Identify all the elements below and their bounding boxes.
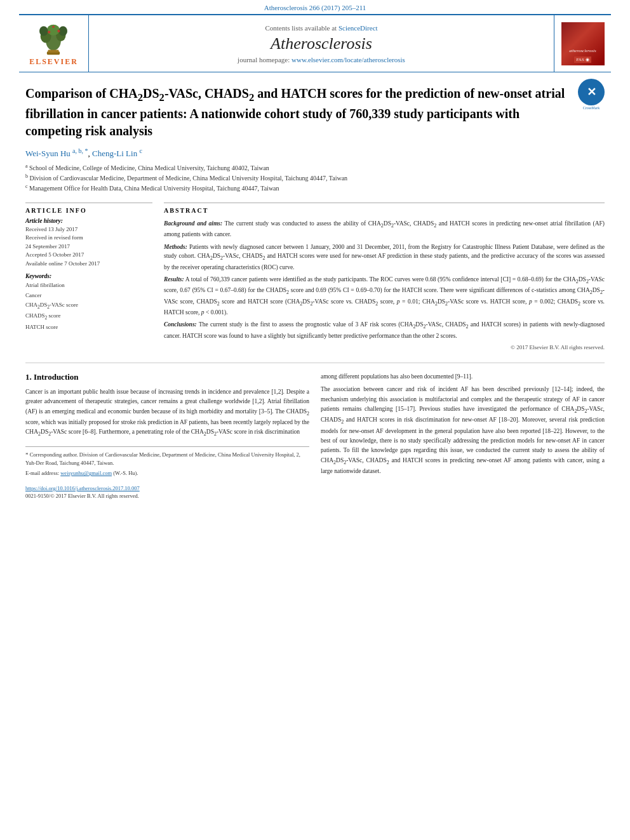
affiliation-c: c Management Office for Health Data, Chi… — [25, 183, 605, 193]
affiliations: a School of Medicine, College of Medicin… — [25, 163, 605, 194]
contents-available: Contents lists available at ScienceDirec… — [265, 24, 377, 32]
abstract-conclusions: Conclusions: The current study is the fi… — [164, 320, 605, 340]
journal-cover-container: atherosclerosis FAS ◉ — [554, 15, 611, 72]
article-info-title: ARTICLE INFO — [25, 207, 152, 214]
elsevier-logo: ELSEVIER — [29, 20, 78, 67]
author-wei-syun-hu[interactable]: Wei-Syun Hu — [25, 149, 70, 158]
svg-point-8 — [58, 30, 60, 32]
elsevier-text: ELSEVIER — [29, 57, 78, 67]
article-history-label: Article history: — [25, 218, 152, 224]
affiliation-b: b Division of Cardiovascular Medicine, D… — [25, 173, 605, 183]
journal-title: Atherosclerosis — [271, 34, 372, 53]
email-link[interactable]: weisyunhu@gmail.com — [60, 470, 112, 476]
journal-header-center: Contents lists available at ScienceDirec… — [89, 15, 554, 72]
keywords-label: Keywords: — [25, 273, 152, 279]
crossmark-icon: ✕ — [578, 79, 605, 105]
keywords-section: Keywords: Atrial fibrillation Cancer CHA… — [25, 273, 152, 332]
journal-reference: Atherosclerosis 266 (2017) 205–211 — [0, 0, 630, 14]
affiliation-a: a School of Medicine, College of Medicin… — [25, 163, 605, 173]
svg-point-5 — [39, 26, 48, 36]
article-dates: Received 13 July 2017 Received in revise… — [25, 225, 152, 269]
introduction-left-col: 1. Introduction Cancer is an important p… — [25, 372, 309, 499]
elsevier-tree-icon — [31, 20, 76, 55]
abstract-text: Background and aims: The current study w… — [164, 219, 605, 352]
introduction-left-text: Cancer is an important public health iss… — [25, 387, 309, 439]
title-area: ✕ CrossMark Comparison of CHA2DS2-VASc, … — [25, 85, 605, 140]
introduction-heading: 1. Introduction — [25, 372, 309, 382]
elsevier-logo-container: ELSEVIER — [19, 15, 89, 72]
introduction-section: 1. Introduction Cancer is an important p… — [25, 372, 605, 499]
journal-homepage: journal homepage: www.elsevier.com/locat… — [238, 56, 405, 63]
journal-header: ELSEVIER Contents lists available at Sci… — [19, 14, 611, 72]
abstract-background: Background and aims: The current study w… — [164, 219, 605, 239]
doi-section: https://doi.org/10.1016/j.atherosclerosi… — [25, 483, 309, 499]
fas-logo: FAS ◉ — [574, 57, 591, 63]
author-cheng-li-lin[interactable]: Cheng-Li Lin — [92, 149, 137, 158]
abstract-methods: Methods: Patients with newly diagnosed c… — [164, 243, 605, 272]
info-abstract-section: ARTICLE INFO Article history: Received 1… — [25, 203, 605, 352]
section-divider — [25, 363, 605, 363]
copyright-notice: © 2017 Elsevier B.V. All rights reserved… — [164, 343, 605, 352]
footnote-section: * Corresponding author. Division of Card… — [25, 446, 309, 477]
journal-cover-image: atherosclerosis FAS ◉ — [561, 22, 605, 65]
abstract-title: ABSTRACT — [164, 207, 605, 214]
abstract-panel: ABSTRACT Background and aims: The curren… — [164, 203, 605, 352]
keywords-list: Atrial fibrillation Cancer CHA2DS2-VASc … — [25, 281, 152, 332]
journal-homepage-link[interactable]: www.elsevier.com/locate/atherosclerosis — [292, 56, 405, 63]
svg-point-9 — [53, 25, 55, 27]
article-title: Comparison of CHA2DS2-VASc, CHADS2 and H… — [25, 85, 605, 140]
cover-journal-name: atherosclerosis — [569, 48, 596, 53]
main-content: ✕ CrossMark Comparison of CHA2DS2-VASc, … — [0, 72, 630, 499]
sciencedirect-link[interactable]: ScienceDirect — [338, 24, 378, 32]
svg-point-7 — [48, 31, 51, 34]
introduction-right-text: among different populations has also bee… — [321, 372, 605, 476]
abstract-results: Results: A total of 760,339 cancer patie… — [164, 275, 605, 317]
introduction-right-col: among different populations has also bee… — [321, 372, 605, 499]
crossmark-badge[interactable]: ✕ CrossMark — [578, 79, 605, 110]
svg-rect-11 — [48, 50, 59, 53]
authors-line: Wei-Syun Hu a, b, *, Cheng-Li Lin c — [25, 147, 605, 159]
issn-line: 0021-9150/© 2017 Elsevier B.V. All right… — [25, 493, 309, 499]
doi-link[interactable]: https://doi.org/10.1016/j.atherosclerosi… — [25, 485, 140, 491]
email-footnote: E-mail address: weisyunhu@gmail.com (W.-… — [25, 469, 309, 477]
article-info-panel: ARTICLE INFO Article history: Received 1… — [25, 203, 152, 352]
corresponding-author-footnote: * Corresponding author. Division of Card… — [25, 451, 309, 467]
